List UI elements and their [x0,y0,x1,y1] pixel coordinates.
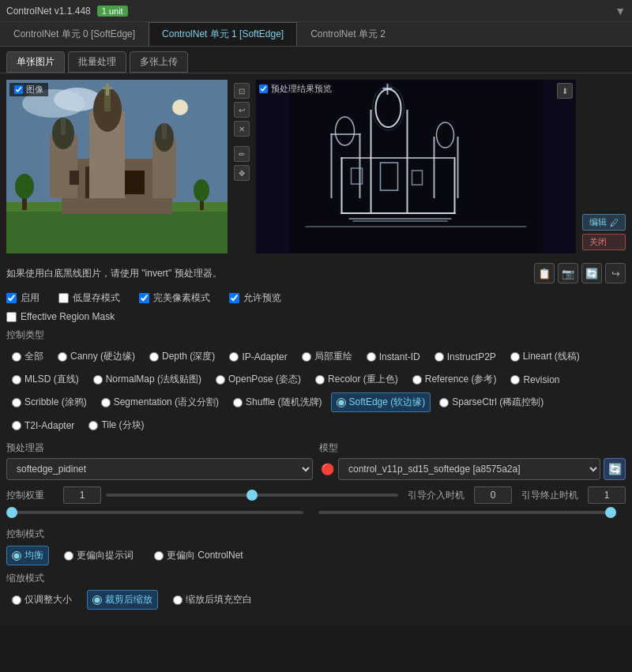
lowvram-checkbox[interactable]: 低显存模式 [58,291,120,305]
radio-inpaint[interactable]: 局部重绘 [296,347,358,366]
radio-scribble[interactable]: Scribble (涂鸦) [6,392,92,412]
svg-rect-14 [103,87,112,89]
slider-main-row: 控制权重 1 引导介入时机 0 引导终止时机 1 [6,486,626,504]
sub-tab-single[interactable]: 单张图片 [6,51,65,73]
close-button[interactable]: 关闭 [582,234,626,250]
scale-crop[interactable]: 裁剪后缩放 [87,590,158,610]
draw-icon[interactable]: ✏ [234,146,250,162]
image-checkbox[interactable] [14,85,23,94]
title-text: ControlNet v1.1.448 [6,6,91,17]
weight-slider-group: 1 [63,486,398,504]
image-label: 图像 [9,83,48,96]
unit-badge: 1 unit [97,6,128,17]
radio-softedge[interactable]: SoftEdge (软边缘) [331,392,431,412]
close-icon[interactable]: ✕ [234,121,250,137]
svg-rect-42 [331,133,361,135]
region-mask-checkbox[interactable] [6,312,17,322]
radio-reference[interactable]: Reference (参考) [407,370,502,389]
region-mask-row[interactable]: Effective Region Mask [6,311,626,322]
refresh-model-button[interactable]: 🔄 [604,458,626,480]
chevron-down-icon[interactable]: ▼ [615,5,626,17]
radio-recolor[interactable]: Recolor (重上色) [310,370,404,389]
preview-image-area[interactable] [256,80,576,253]
guidance-start-slider[interactable] [6,511,303,514]
radio-sparsectrl[interactable]: SparseCtrl (稀疏控制) [434,392,549,412]
weight-value[interactable]: 1 [63,486,101,504]
weight-slider[interactable] [106,494,398,497]
reload-icon[interactable]: 🔄 [581,263,602,283]
sub-tab-multi[interactable]: 多张上传 [130,51,188,73]
control-mode-section: 控制模式 均衡 更偏向提示词 更偏向 ControlNet [6,527,626,565]
main-content: 图像 ⊡ ↩ ✕ ✏ ✥ [0,73,632,625]
svg-rect-31 [407,110,408,212]
svg-rect-28 [341,212,456,214]
guidance-end-label: 引导终止时机 [518,489,581,502]
undo-icon2[interactable]: ↪ [605,263,626,283]
model-select[interactable]: control_v11p_sd15_softedge [a8575a2a] [338,458,600,480]
svg-rect-47 [353,220,448,222]
guidance-start-value[interactable]: 0 [474,486,512,504]
processor-group: 预处理器 softedge_pidinet [6,441,313,480]
guidance-end-slider[interactable] [318,511,615,514]
input-image-area[interactable] [6,80,228,253]
download-icon[interactable]: ⬇ [557,83,573,99]
preview-label: 预处理结果预览 [259,83,332,95]
toolbar-icons: 📋 📷 🔄 ↪ [534,263,626,283]
sub-tab-batch[interactable]: 批量处理 [68,51,126,73]
svg-rect-41 [341,157,454,159]
radio-canny[interactable]: Canny (硬边缘) [52,347,141,366]
preview-checkbox[interactable] [259,84,268,93]
radio-segmentation[interactable]: Segmentation (语义分割) [96,392,224,412]
tab-controlnet-0[interactable]: ControlNet 单元 0 [SoftEdge] [0,22,149,46]
allowpreview-label: 允许预览 [243,291,281,305]
middle-controls: ⊡ ↩ ✕ ✏ ✥ [234,80,250,253]
radio-normalmap[interactable]: NormalMap (法线贴图) [88,370,207,389]
guidance-end-value[interactable]: 1 [588,486,626,504]
clipboard-icon[interactable]: 📋 [534,263,555,283]
processor-select-wrapper: softedge_pidinet [6,458,313,480]
preview-label-text: 预处理结果预览 [271,83,332,95]
edit-button[interactable]: 编辑 🖊 [582,214,626,231]
tab-controlnet-2[interactable]: ControlNet 单元 2 [297,22,399,46]
svg-rect-29 [454,157,456,214]
radio-openpose[interactable]: OpenPose (姿态) [210,370,307,389]
mode-balanced[interactable]: 均衡 [6,546,49,565]
scale-resize[interactable]: 仅调整大小 [6,590,77,610]
radio-instantid[interactable]: Instant-ID [361,347,426,366]
weight-label: 控制权重 [6,489,57,502]
undo-icon[interactable]: ↩ [234,102,250,118]
camera-icon[interactable]: 📷 [558,263,578,283]
scale-mode-row: 仅调整大小 裁剪后缩放 缩放后填充空白 [6,590,626,610]
pixel-checkbox[interactable]: 完美像素模式 [139,291,210,305]
radio-tile[interactable]: Tile (分块) [83,415,149,435]
sub-tab-bar: 单张图片 批量处理 多张上传 [0,47,632,73]
control-mode-row: 均衡 更偏向提示词 更偏向 ControlNet [6,546,626,565]
radio-ipadapter[interactable]: IP-Adapter [224,347,292,366]
move-icon[interactable]: ✥ [234,165,250,181]
radio-t2iadapter[interactable]: T2I-Adapter [6,415,80,435]
radio-depth[interactable]: Depth (深度) [144,347,220,366]
processor-label: 预处理器 [6,441,313,455]
svg-rect-20 [133,175,142,187]
radio-lineart[interactable]: Lineart (线稿) [505,347,585,366]
guidance-start-label: 引导介入时机 [404,489,468,502]
allowpreview-checkbox[interactable]: 允许预览 [229,291,281,305]
processor-select[interactable]: softedge_pidinet [6,458,313,480]
sliders-section: 控制权重 1 引导介入时机 0 引导终止时机 1 [6,486,626,521]
svg-rect-30 [371,110,372,212]
processor-model-row: 预处理器 softedge_pidinet 模型 🔴 control_v11p_… [6,441,626,480]
svg-rect-36 [359,133,361,198]
radio-instructp2p[interactable]: InstructP2P [429,347,502,366]
radio-revision[interactable]: Revision [505,370,565,389]
reset-icon[interactable]: ⊡ [234,83,250,99]
enable-checkbox[interactable]: 启用 [6,291,40,305]
tab-controlnet-1[interactable]: ControlNet 单元 1 [SoftEdge] [149,22,297,46]
svg-rect-27 [341,157,343,214]
model-select-wrapper: 🔴 control_v11p_sd15_softedge [a8575a2a] … [319,458,626,480]
radio-mlsd[interactable]: MLSD (直线) [6,370,85,389]
scale-fill[interactable]: 缩放后填充空白 [167,590,258,610]
radio-shuffle[interactable]: Shuffle (随机洗牌) [228,392,327,412]
mode-controlnet[interactable]: 更偏向 ControlNet [149,546,249,565]
radio-all[interactable]: 全部 [6,347,49,366]
mode-prompt[interactable]: 更偏向提示词 [58,546,139,565]
